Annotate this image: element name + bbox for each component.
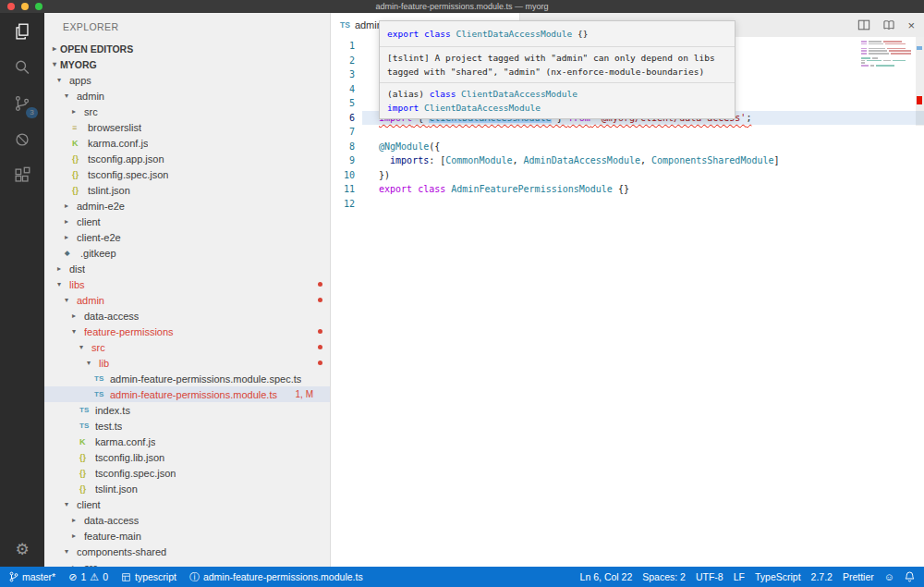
typescript-version[interactable]: 2.7.2 xyxy=(811,567,833,587)
tree-item-client[interactable]: ▸client xyxy=(44,214,330,229)
chevron-right-icon: ▸ xyxy=(57,264,69,273)
minimap-line xyxy=(861,57,909,59)
tree-item-tsconfig.spec.json[interactable]: {}tsconfig.spec.json xyxy=(44,166,330,182)
minimap-segment xyxy=(893,60,906,62)
tree-item-src[interactable]: ▾src xyxy=(44,339,330,355)
tree-item-data-access[interactable]: ▸data-access xyxy=(44,308,330,324)
tree-item-.gitkeep[interactable]: ◆.gitkeep xyxy=(44,245,330,261)
source-control-icon[interactable]: 3 xyxy=(0,85,44,121)
minimap-segment xyxy=(869,41,881,43)
tree-item-client-e2e[interactable]: ▸client-e2e xyxy=(44,229,330,245)
tree-item-tslint.json[interactable]: {}tslint.json xyxy=(44,182,330,198)
zoom-window-button[interactable] xyxy=(35,3,43,10)
tree-item-index.ts[interactable]: TSindex.ts xyxy=(44,402,330,418)
cursor-position[interactable]: Ln 6, Col 22 xyxy=(580,567,633,587)
scrollbar[interactable] xyxy=(916,37,924,126)
tree-item-karma.conf.js[interactable]: Kkarma.conf.js xyxy=(44,434,330,449)
tree-item-label: tsconfig.lib.json xyxy=(95,452,164,463)
open-editors-header[interactable]: ▸ OPEN EDITORS xyxy=(44,41,330,56)
tree-item-tslint.json[interactable]: {}tslint.json xyxy=(44,481,330,496)
overview-ruler-error-mark xyxy=(917,96,922,104)
hover-signature: export class ClientDataAccessModule {} xyxy=(380,21,735,47)
minimap-segment xyxy=(867,60,881,62)
close-editor-icon[interactable]: × xyxy=(907,19,915,31)
tree-item-src[interactable]: ▸src xyxy=(44,559,330,567)
minimap-line xyxy=(861,50,909,52)
active-file-info[interactable]: ⓘadmin-feature-permissions.module.ts xyxy=(189,567,363,587)
problems[interactable]: ⊘1⚠0 xyxy=(68,567,108,587)
code-line: @NgModule({ xyxy=(379,140,924,154)
line-number: 7 xyxy=(331,125,362,140)
tree-item-browserslist[interactable]: ≡browserslist xyxy=(44,119,330,135)
json-file-icon: {} xyxy=(72,170,88,179)
tree-item-label: libs xyxy=(69,279,85,290)
indentation[interactable]: Spaces: 2 xyxy=(642,567,686,587)
language-mode[interactable]: TypeScript xyxy=(755,567,801,587)
tree-item-admin[interactable]: ▾admin xyxy=(44,88,330,104)
git-file-icon: ◆ xyxy=(65,250,80,257)
tree-item-admin-feature-permissions.module.ts[interactable]: TSadmin-feature-permissions.module.ts1, … xyxy=(44,386,330,402)
line-number: 3 xyxy=(331,67,362,82)
tree-item-feature-permissions[interactable]: ▾feature-permissions xyxy=(44,324,330,339)
tree-item-tsconfig.app.json[interactable]: {}tsconfig.app.json xyxy=(44,151,330,166)
tree-item-test.ts[interactable]: TStest.ts xyxy=(44,418,330,434)
git-branch[interactable]: master* xyxy=(9,567,55,587)
tree-item-label: tsconfig.spec.json xyxy=(95,468,176,479)
typescript-extension[interactable]: typescript xyxy=(121,567,176,587)
tree-item-data-access[interactable]: ▸data-access xyxy=(44,512,330,528)
editor-area: TS admin-feature-permissions.module.ts xyxy=(331,13,924,567)
feedback[interactable]: ☺ xyxy=(884,567,894,587)
tree-item-client[interactable]: ▾client xyxy=(44,496,330,512)
line-ending[interactable]: LF xyxy=(734,567,745,587)
tree-item-admin-feature-permissions.module.spec.ts[interactable]: TSadmin-feature-permissions.module.spec.… xyxy=(44,371,330,386)
tree-item-src[interactable]: ▸src xyxy=(44,104,330,119)
tree-item-tsconfig.lib.json[interactable]: {}tsconfig.lib.json xyxy=(44,449,330,465)
notifications[interactable] xyxy=(905,567,915,587)
chevron-down-icon: ▾ xyxy=(72,327,84,336)
line-number: 5 xyxy=(331,96,362,111)
ts-file-icon: TS xyxy=(94,390,110,398)
minimap-segment xyxy=(870,65,874,67)
split-editor-icon[interactable] xyxy=(857,18,870,31)
tree-item-label: admin xyxy=(77,91,104,102)
minimize-window-button[interactable] xyxy=(21,3,29,10)
vscode-window: admin-feature-permissions.module.ts — my… xyxy=(0,0,924,587)
status-text: TypeScript xyxy=(755,571,801,582)
explorer-icon[interactable] xyxy=(0,13,44,49)
settings-gear-icon[interactable]: ⚙ xyxy=(15,542,29,557)
tree-item-admin-e2e[interactable]: ▸admin-e2e xyxy=(44,198,330,214)
tree-item-tsconfig.spec.json[interactable]: {}tsconfig.spec.json xyxy=(44,465,330,481)
chevron-right-icon: ▸ xyxy=(65,233,77,241)
tree-item-label: feature-permissions xyxy=(84,326,174,337)
minimap-segment xyxy=(861,43,867,45)
encoding[interactable]: UTF-8 xyxy=(696,567,723,587)
minimap[interactable] xyxy=(861,41,909,69)
tree-item-components-shared[interactable]: ▾components-shared xyxy=(44,544,330,559)
tree-item-lib[interactable]: ▾lib xyxy=(44,355,330,371)
search-icon[interactable] xyxy=(0,49,44,85)
extensions-icon[interactable] xyxy=(0,157,44,193)
minimap-segment xyxy=(891,53,911,55)
open-changes-icon[interactable] xyxy=(882,18,895,31)
tree-item-feature-main[interactable]: ▸feature-main xyxy=(44,528,330,544)
tree-item-libs[interactable]: ▾libs xyxy=(44,276,330,292)
scm-badge: 3 xyxy=(26,107,38,118)
editor-actions: × xyxy=(857,13,915,37)
tree-item-dist[interactable]: ▸dist xyxy=(44,261,330,276)
chevron-down-icon: ▾ xyxy=(65,500,77,508)
debug-icon[interactable] xyxy=(0,121,44,157)
code-token: }) xyxy=(379,170,390,180)
code-token: (alias) xyxy=(387,89,430,99)
tree-item-admin[interactable]: ▾admin xyxy=(44,292,330,308)
minimap-line xyxy=(861,45,909,47)
tree-item-apps[interactable]: ▾apps xyxy=(44,72,330,88)
modified-dot xyxy=(318,329,322,334)
formatter[interactable]: Prettier xyxy=(843,567,874,587)
modified-dot xyxy=(318,345,322,349)
line-number: 11 xyxy=(331,182,362,197)
minimap-segment xyxy=(861,41,867,43)
close-window-button[interactable] xyxy=(7,3,15,10)
tree-item-label: karma.conf.js xyxy=(88,138,148,149)
tree-item-karma.conf.js[interactable]: Kkarma.conf.js xyxy=(44,135,330,151)
project-header[interactable]: ▾ MYORG xyxy=(44,56,330,72)
